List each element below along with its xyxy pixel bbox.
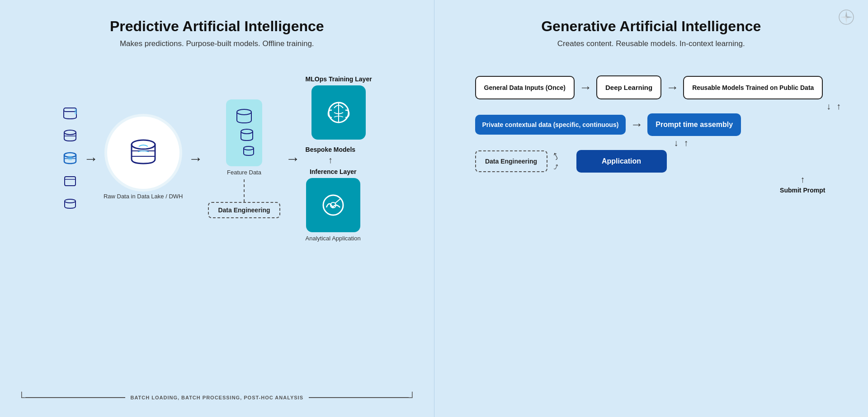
gen-box-application: Application <box>576 150 667 173</box>
analytical-label: Analytical Application <box>306 235 361 242</box>
submit-label: Submit Prompt <box>780 187 825 194</box>
submit-arrow: ↑ <box>800 174 805 185</box>
gen-box-deep-learning: Deep Learning <box>596 75 661 99</box>
svg-marker-23 <box>845 11 847 17</box>
banner-line-right <box>309 397 409 398</box>
arrow-3: → <box>630 117 643 132</box>
down-arrow-1: ↓ <box>826 101 831 112</box>
mlops-label: MLOps Training Layer <box>306 75 372 83</box>
db-icon-2 <box>62 128 78 144</box>
inference-box <box>306 178 360 232</box>
gen-box-private: Private contextual data (specific, conti… <box>475 115 626 135</box>
db-icon-4 <box>62 173 78 189</box>
brain-icon <box>323 97 354 128</box>
submit-section: ↑ Submit Prompt <box>764 174 841 194</box>
arrow-sources-to-db: → <box>84 150 98 167</box>
feature-db-bot <box>242 145 255 157</box>
feature-box <box>226 99 262 166</box>
svg-point-2 <box>64 130 76 135</box>
gen-diagram: General Data Inputs (Once) → Deep Learni… <box>462 75 841 194</box>
svg-point-13 <box>237 109 251 115</box>
mlops-section: MLOps Training Layer <box>306 75 372 140</box>
central-db-circle <box>107 117 179 189</box>
dashed-line-down <box>244 179 245 202</box>
gen-middle-row: Private contextual data (specific, conti… <box>475 113 841 136</box>
svg-rect-6 <box>68 156 72 160</box>
mlops-box <box>311 85 366 140</box>
analytics-icon <box>317 189 349 221</box>
inference-section: Inference Layer Analytical Application <box>306 168 361 242</box>
down-arrow-2: ↓ <box>674 138 679 148</box>
banner-line-left <box>25 397 125 398</box>
data-engineering-box-left: Data Engineering <box>208 202 280 218</box>
gen-box-data-eng: Data Engineering <box>475 150 547 172</box>
gen-bottom-row: Data Engineering ⤴ ⤴ Application <box>475 150 841 173</box>
vert-pair-2: ↓ ↑ <box>674 138 689 148</box>
raw-data-section: Raw Data in Data Lake / DWH <box>104 117 183 201</box>
arrow-up-to-bespoke: ↑ <box>328 155 333 165</box>
svg-point-18 <box>323 195 343 215</box>
feature-data-section: Feature Data Data Engineering <box>208 99 280 218</box>
feature-label: Feature Data <box>227 169 261 176</box>
models-section: MLOps Training Layer Bespoke <box>306 75 372 242</box>
feature-db-mid <box>240 128 254 142</box>
bespoke-label: Bespoke Models <box>306 146 355 153</box>
bracket-left: └ <box>18 392 25 403</box>
svg-point-15 <box>244 146 254 150</box>
batch-banner: └ BATCH LOADING, BATCH PROCESSING, POST-… <box>18 392 416 403</box>
data-sources <box>62 105 78 212</box>
db-icon-1 <box>62 105 78 122</box>
dashed-arrow-up: ⤴ <box>551 151 560 162</box>
vert-pair-1: ↓ ↑ <box>826 101 841 112</box>
svg-rect-0 <box>64 108 76 112</box>
svg-marker-25 <box>840 16 846 18</box>
svg-marker-24 <box>845 17 847 23</box>
svg-rect-7 <box>65 177 75 186</box>
svg-line-20 <box>335 198 341 203</box>
dashed-arrow-up2: ⤴ <box>552 163 559 172</box>
left-title: Predictive Artificial Intelligence <box>110 18 324 35</box>
dashed-arrows: ⤴ ⤴ <box>554 151 558 172</box>
bespoke-section: Bespoke Models ↑ <box>306 146 355 165</box>
db-icon-3 <box>62 150 78 167</box>
gen-box-reusable: Reusable Models Trained on Public Data <box>683 76 823 99</box>
gen-box-prompt: Prompt time assembly <box>647 113 741 136</box>
svg-point-9 <box>65 199 75 203</box>
compass-icon <box>838 9 854 25</box>
vert-arrows-1: ↓ ↑ <box>475 101 841 112</box>
batch-label: BATCH LOADING, BATCH PROCESSING, POST-HO… <box>125 395 309 400</box>
svg-point-14 <box>241 129 253 134</box>
arrow-1: → <box>579 80 592 95</box>
bracket-right: ┘ <box>409 392 416 403</box>
vert-arrows-2: ↓ ↑ <box>475 138 841 148</box>
right-subtitle: Creates content. Reusable models. In-con… <box>557 39 745 48</box>
predictive-ai-panel: Predictive Artificial Intelligence Makes… <box>0 0 434 417</box>
inference-label: Inference Layer <box>310 168 357 175</box>
gen-top-row: General Data Inputs (Once) → Deep Learni… <box>475 75 841 99</box>
left-subtitle: Makes predictions. Purpose-built models.… <box>120 39 314 48</box>
db-icon-5 <box>62 196 78 212</box>
svg-marker-26 <box>846 16 853 18</box>
generative-ai-panel: Generative Artificial Intelligence Creat… <box>434 0 868 417</box>
arrow-feature-to-models: → <box>286 150 300 167</box>
arrow-db-to-feature: → <box>188 150 203 167</box>
raw-data-label: Raw Data in Data Lake / DWH <box>104 192 183 201</box>
up-arrow-1: ↑ <box>836 101 841 112</box>
arrow-2: → <box>666 80 679 95</box>
up-arrow-2: ↑ <box>684 138 689 148</box>
gen-box-general-data: General Data Inputs (Once) <box>475 76 575 99</box>
feature-db-top <box>236 108 253 125</box>
right-title: Generative Artificial Intelligence <box>541 18 761 35</box>
central-db-icon <box>125 135 161 171</box>
svg-rect-1 <box>75 109 77 114</box>
